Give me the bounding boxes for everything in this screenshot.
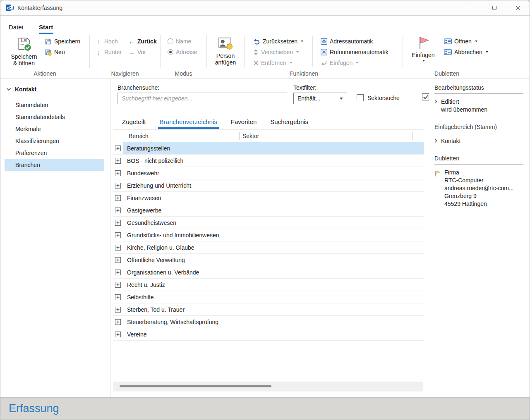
abbrechen-button[interactable]: Abbrechen: [443, 47, 489, 57]
app-icon: e: [6, 4, 14, 12]
bearbeitungsstatus-item[interactable]: Editiert - wird übernommen: [434, 98, 530, 114]
table-row[interactable]: Finanzwesen: [113, 192, 424, 204]
table-row[interactable]: Selbsthilfe: [113, 291, 424, 303]
speichern-button[interactable]: Speichern: [43, 36, 82, 47]
tab-zugeteilt[interactable]: Zugeteilt: [120, 118, 148, 129]
sidebar-item-branchen[interactable]: Branchen: [5, 159, 104, 171]
einfuegen-klein-button[interactable]: Einfügen: [319, 57, 390, 68]
runter-button[interactable]: ↓ Runter: [94, 47, 124, 57]
statusbar: Erfassung: [0, 397, 530, 420]
verschieben-button[interactable]: Verschieben: [252, 47, 312, 57]
sidebar-item-stammdaten[interactable]: Stammdaten: [5, 99, 104, 111]
chevron-right-icon: [434, 99, 437, 104]
expand-button[interactable]: [113, 179, 123, 191]
tab-suchergebnis[interactable]: Suchergebnis: [269, 118, 310, 129]
dublette-entry[interactable]: FirmaRTC-Computerandreas.roeder@rtc-com.…: [434, 169, 530, 208]
right-checkbox[interactable]: [422, 93, 429, 100]
speichern-und-oeffnen-button[interactable]: Speichern & öffnen: [9, 35, 39, 70]
dublette-line: Grenzberg 9: [444, 192, 514, 200]
entfernen-button[interactable]: Entfernen: [252, 57, 312, 68]
einfuegebereich-item[interactable]: Kontakt: [434, 137, 530, 145]
textfilter-dropdown[interactable]: Enthält...: [293, 93, 347, 104]
person-anfuegen-button[interactable]: Person anfügen: [210, 35, 241, 70]
close-button[interactable]: [506, 0, 530, 15]
zuruecksetzen-button[interactable]: Zurücksetzen: [252, 36, 312, 47]
contact-card-icon: [444, 49, 452, 55]
tab-branchenverzeichnis[interactable]: Branchenverzeichnis: [158, 118, 219, 129]
zurueck-button[interactable]: ← Zurück: [127, 36, 158, 47]
section-title-einfuegebereich: Einfügebereich (Stamm): [434, 124, 530, 130]
expand-button[interactable]: [113, 167, 123, 179]
expand-button[interactable]: [113, 155, 123, 167]
expand-button[interactable]: [113, 217, 123, 229]
table-row[interactable]: Erziehung und Unterricht: [113, 179, 424, 192]
sidebar-item-merkmale[interactable]: Merkmale: [5, 123, 104, 135]
expand-button[interactable]: [113, 266, 123, 278]
ribbon-content: Speichern & öffnen Speichern: [0, 34, 530, 79]
horizontal-scrollbar[interactable]: [113, 382, 423, 391]
table-row[interactable]: Organisationen u. Verbände: [113, 266, 424, 279]
expand-button[interactable]: [113, 279, 123, 291]
expand-button[interactable]: [113, 303, 123, 315]
ribbon-tab-datei[interactable]: Datei: [9, 24, 23, 34]
table-row[interactable]: Recht u. Justiz: [113, 279, 424, 291]
plus-icon: [115, 232, 121, 238]
table-row[interactable]: Grundstücks- und Immobilienwesen: [113, 229, 424, 241]
radio-checked-icon: [168, 49, 173, 55]
expand-button[interactable]: [113, 316, 123, 328]
sidebar-item-prferenzen[interactable]: Präferenzen: [5, 147, 104, 159]
window-controls: [459, 0, 530, 15]
expand-button[interactable]: [113, 328, 123, 340]
column-header-sektor[interactable]: Sektor: [242, 133, 259, 139]
sidebar-header-kontakt[interactable]: Kontakt: [6, 85, 110, 94]
group-label-aktionen: Aktionen: [0, 70, 89, 79]
expand-button[interactable]: [113, 192, 123, 204]
branchensuche-input[interactable]: [118, 93, 287, 104]
oeffnen-button[interactable]: Öffnen: [443, 36, 489, 47]
ribbon-tab-start[interactable]: Start: [39, 24, 53, 34]
move-up-down-icon: [253, 49, 259, 55]
statusbar-label: Erfassung: [9, 402, 59, 415]
table-row[interactable]: Sterben, Tod u. Trauer: [113, 303, 424, 316]
button-label: Adressautomatik: [330, 38, 373, 45]
titlebar: e Kontakterfassung: [0, 0, 530, 16]
table-row[interactable]: Öffentliche Verwaltung: [113, 254, 424, 266]
hoch-button[interactable]: ↑ Hoch: [94, 36, 124, 47]
plus-icon: [115, 257, 121, 263]
sidebar-item-stammdatendetails[interactable]: Stammdatendetails: [5, 111, 104, 123]
adressautomatik-button[interactable]: Adressautomatik: [319, 36, 390, 47]
button-label: Zurück: [137, 38, 157, 45]
neu-button[interactable]: Neu: [43, 47, 82, 57]
plus-icon: [115, 146, 121, 151]
column-header-bereich[interactable]: Bereich: [129, 133, 148, 139]
section-divider: [434, 133, 523, 133]
rufnummernautomatik-button[interactable]: Rufnummernautomatik: [319, 47, 390, 57]
modus-radio-name[interactable]: Name: [166, 36, 198, 47]
table-row[interactable]: Steuerberatung, Wirtschaftsprüfung: [113, 316, 424, 328]
table-row[interactable]: Gastgewerbe: [113, 204, 424, 217]
dubletten-einfuegen-button[interactable]: Einfügen: [408, 35, 439, 70]
table-row[interactable]: Gesundheistwesen: [113, 217, 424, 229]
maximize-button[interactable]: [482, 0, 506, 15]
modus-radio-adresse[interactable]: Adresse: [166, 47, 198, 57]
table-row[interactable]: Vereine: [113, 328, 424, 341]
sektorsuche-checkbox[interactable]: [357, 94, 364, 101]
table-row[interactable]: Beratungsstellen: [113, 142, 424, 155]
expand-button[interactable]: [113, 204, 123, 216]
ribbon-group-person: Person anfügen: [207, 34, 244, 79]
expand-button[interactable]: [113, 229, 123, 241]
scrollbar-thumb[interactable]: [120, 385, 271, 387]
expand-button[interactable]: [113, 142, 123, 154]
expand-button[interactable]: [113, 241, 123, 253]
button-label-line: Speichern: [11, 53, 37, 60]
expand-button[interactable]: [113, 254, 123, 266]
table-row[interactable]: BOS - nicht polizeilich: [113, 155, 424, 167]
minimize-button[interactable]: [459, 0, 482, 15]
vor-button[interactable]: → Vor: [127, 47, 158, 57]
table-row[interactable]: Bundeswehr: [113, 167, 424, 179]
sidebar-item-klassifizierungen[interactable]: Klassifizierungen: [5, 135, 104, 147]
expand-button[interactable]: [113, 291, 123, 303]
tab-favoriten[interactable]: Favoriten: [229, 118, 259, 129]
table-row[interactable]: Kirche, Religion u. Glaube: [113, 241, 424, 254]
status-line: wird übernommen: [441, 106, 487, 114]
